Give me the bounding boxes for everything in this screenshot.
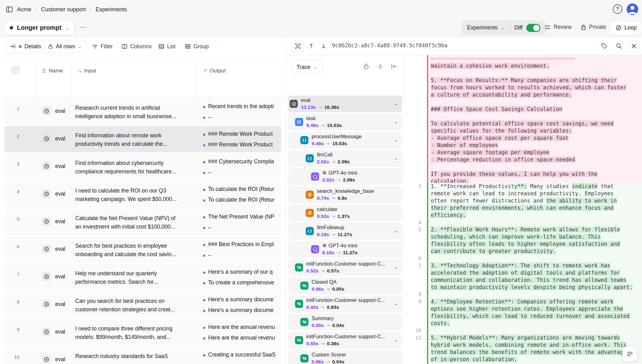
- table-row[interactable]: 2evalFind information about remote workp…: [4, 126, 281, 152]
- output-text: ### Remote Work Product: [208, 141, 273, 148]
- row-number: 6: [4, 244, 19, 249]
- row-input: I need to compare three different pricin…: [75, 324, 198, 341]
- select-all-checkbox[interactable]: [11, 66, 19, 74]
- trace-span-row[interactable]: search_knowledge_base0.74s→0.8s: [288, 187, 402, 203]
- group-button[interactable]: Group: [185, 40, 209, 53]
- chevron-down-icon[interactable]: ⌄: [394, 137, 398, 143]
- private-button[interactable]: Private: [581, 24, 606, 30]
- trace-span-row[interactable]: calculate0.53s→1.37s: [288, 205, 402, 221]
- column-header-output[interactable]: ↗ Output: [203, 68, 226, 74]
- details-button[interactable]: Details: [6, 40, 46, 53]
- chevron-down-icon[interactable]: ⌄: [394, 264, 398, 270]
- all-rows-filter-button[interactable]: All rows ⌄: [43, 40, 87, 53]
- input-line: models: $99/month, $149/month, and...: [75, 333, 198, 341]
- trace-span-row[interactable]: ✻GPT-4o mini2.02s→2.09s: [288, 168, 402, 185]
- collapse-panel-left-icon[interactable]: [391, 63, 397, 70]
- avatar[interactable]: [627, 3, 638, 15]
- chevron-down-icon[interactable]: ⌄: [394, 119, 398, 124]
- row-output: The Net Present Value (NP–: [203, 213, 281, 234]
- span-label: Custom Scorer: [312, 352, 346, 358]
- trace-span-row[interactable]: ()processUserMessage9.48s→15.53s⌄: [288, 132, 402, 149]
- more-menu-button[interactable]: ⋯: [80, 23, 87, 31]
- diff-toggle[interactable]: [526, 24, 540, 32]
- span-label: Closed QA: [312, 279, 337, 285]
- diff-removed-line: If you provide these values, I can help …: [431, 171, 642, 178]
- table-row[interactable]: 7evalHelp me understand our quarterlyper…: [4, 264, 281, 290]
- span-durations: 0.74s→0.8s: [317, 195, 347, 201]
- span-duration-left: 0.55s: [306, 341, 318, 346]
- breadcrumb-project[interactable]: Customer support: [41, 6, 86, 13]
- close-icon[interactable]: [628, 40, 640, 52]
- text-wrap-button[interactable]: [622, 346, 637, 361]
- review-button[interactable]: Review: [545, 24, 571, 30]
- trace-span-row[interactable]: %Custom Scorer0.06s→0.04s: [288, 350, 402, 364]
- table-row[interactable]: 9evalI need to compare three different p…: [4, 319, 281, 346]
- view-selector-dropdown[interactable]: Experiments ⌄: [462, 24, 509, 31]
- trace-view-selector[interactable]: Trace ⌄: [292, 61, 322, 74]
- output-text: ### Remote Work Product: [208, 131, 273, 137]
- span-duration-left: 0.52s: [306, 268, 318, 273]
- table-row[interactable]: 8evalCan you search for best practices o…: [4, 292, 281, 318]
- table-toolbar: Details All rows ⌄ Filter Columns List G…: [0, 37, 286, 61]
- filter-button[interactable]: Filter: [92, 40, 113, 53]
- expand-trace-button[interactable]: [292, 40, 304, 52]
- diff-removed-line: calculation.: [431, 178, 642, 183]
- search-icon[interactable]: [616, 43, 622, 49]
- column-header-name[interactable]: ☰ Name: [42, 68, 63, 74]
- diff-added-line: 3. **Technology Adoption**: The shift to…: [431, 262, 642, 269]
- span-duration-left: 0.53s: [317, 214, 329, 219]
- diff-line-number: 4: [418, 219, 421, 226]
- trace-span-row[interactable]: ✻GPT-4o mini6.18s→11.27s: [288, 241, 402, 258]
- breadcrumb: Acme › Customer support › Experiments: [17, 0, 127, 19]
- output-bullet-dot: [203, 327, 205, 329]
- breadcrumb-page[interactable]: Experiments: [96, 6, 127, 13]
- sidebar-toggle-icon[interactable]: [4, 4, 14, 14]
- trace-span-row[interactable]: ()llmFollowup6.18s→11.27s⌄: [288, 223, 402, 240]
- chevron-down-icon[interactable]: ⌄: [394, 337, 398, 343]
- prev-row-arrow-icon[interactable]: ↑: [309, 42, 314, 50]
- row-number: 4: [4, 189, 19, 194]
- row-input: Search for best practices in employeeonb…: [75, 242, 198, 259]
- span-durations: 6.18s→11.27s: [317, 232, 352, 237]
- trace-span-row[interactable]: ()llmCall2.02s→2.09s⌄: [288, 150, 402, 167]
- table-row[interactable]: 3evalFind information about cybersecurit…: [4, 154, 281, 180]
- trace-span-row[interactable]: %Closed QA0.06s→0.05s: [288, 277, 402, 294]
- row-number: 8: [4, 299, 19, 304]
- row-number: 3: [4, 161, 19, 166]
- collapse-spans-icon[interactable]: [377, 63, 383, 70]
- timer-icon[interactable]: [363, 63, 369, 70]
- loop-button[interactable]: Loop: [610, 21, 642, 35]
- breadcrumb-org[interactable]: Acme: [17, 6, 31, 13]
- trace-span-row[interactable]: %initFunction-Customer support-C...0.52s…: [288, 259, 402, 276]
- trace-span-row[interactable]: %initFunction-Customer support-C...0.55s…: [288, 332, 402, 349]
- chevron-down-icon[interactable]: ⌄: [394, 228, 398, 234]
- table-row[interactable]: 6evalSearch for best practices in employ…: [4, 236, 281, 263]
- table-row[interactable]: 1evalResearch current trends in artifici…: [4, 98, 281, 125]
- score-span-icon: %: [300, 354, 308, 362]
- help-icon[interactable]: ?: [613, 4, 622, 14]
- eval-icon: [42, 327, 51, 336]
- trace-span-row[interactable]: eval13.13s→16.36s⌄: [288, 96, 402, 112]
- span-durations: 0.53s→1.37s: [317, 214, 350, 219]
- experiment-selector[interactable]: Longer prompt ⌄: [4, 21, 75, 35]
- table-row[interactable]: 10evalResearch industry standards for Sa…: [4, 347, 281, 364]
- tag-icon[interactable]: [601, 43, 608, 49]
- span-duration-left: 13.13s: [301, 104, 316, 110]
- trace-span-row[interactable]: %initFunction-Customer support-C...0.42s…: [288, 296, 402, 312]
- chevron-down-icon[interactable]: ⌄: [394, 301, 398, 306]
- columns-button[interactable]: Columns: [122, 40, 152, 53]
- diff-added-line: options see higher retention rates. Empl…: [431, 305, 642, 313]
- column-header-input[interactable]: ↘ Input: [78, 68, 96, 74]
- trace-span-row[interactable]: %Summary0.05s→0.04s: [288, 314, 402, 330]
- chevron-down-icon[interactable]: ⌄: [394, 101, 398, 106]
- row-input: Research industry standards for SaaS: [75, 352, 198, 361]
- fn-span-icon: (): [306, 227, 314, 235]
- next-row-arrow-icon[interactable]: ↓: [321, 42, 326, 50]
- chevron-down-icon[interactable]: ⌄: [394, 155, 398, 161]
- table-row[interactable]: 4evalI need to calculate the ROI on our …: [4, 181, 281, 208]
- trace-span-row[interactable]: task9.49s→15.53s⌄: [288, 114, 402, 130]
- breadcrumb-separator: ›: [31, 6, 41, 13]
- list-button[interactable]: List: [159, 40, 176, 53]
- table-row[interactable]: 5evalCalculate the Net Present Value (NP…: [4, 209, 281, 235]
- fn-span-icon: (): [300, 136, 308, 144]
